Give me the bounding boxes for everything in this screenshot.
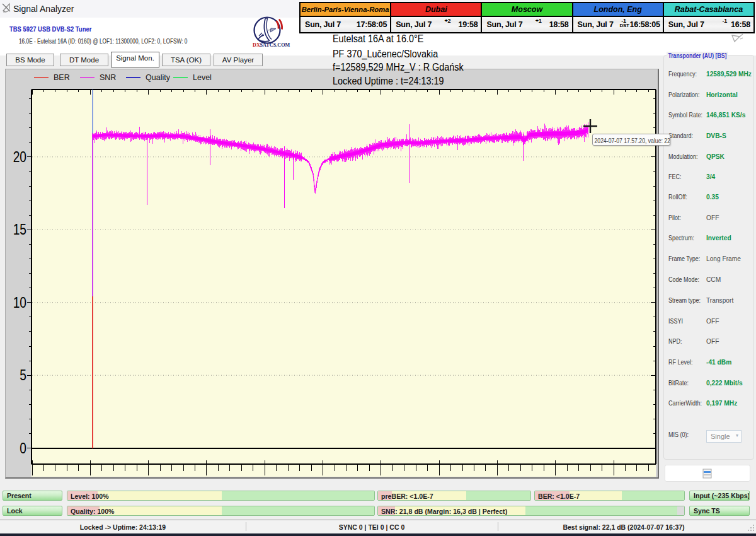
svg-text:DX: DX: [253, 42, 260, 48]
svg-text:SATCS.COM: SATCS.COM: [260, 42, 290, 48]
